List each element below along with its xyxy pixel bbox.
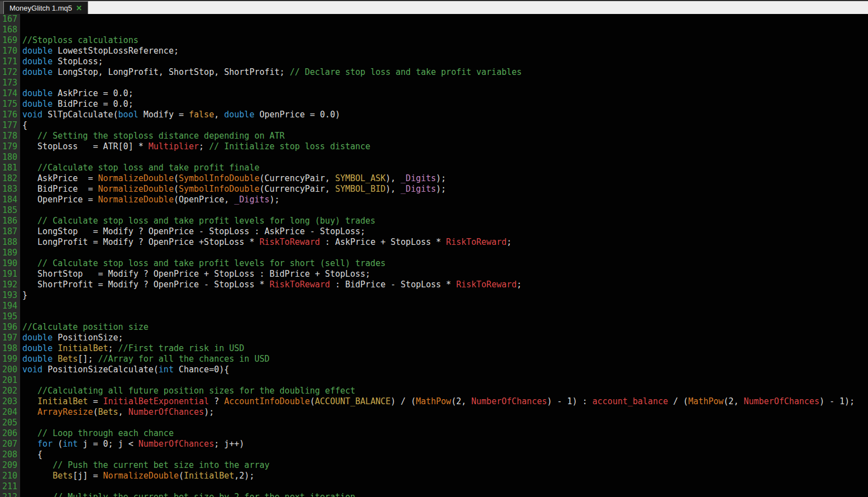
code-line[interactable]: 205 <box>0 418 868 428</box>
code-line[interactable]: 194 <box>0 301 868 311</box>
line-number: 182 <box>0 173 20 184</box>
code-text <box>20 248 22 258</box>
code-line[interactable]: 199double Bets[]; //Array for all the ch… <box>0 354 868 365</box>
code-line[interactable]: 171double StopLoss; <box>0 56 868 67</box>
code-line[interactable]: 181 //Calculate stop loss and take profi… <box>0 163 868 173</box>
code-line[interactable]: 212 // Multiply the current bet size by … <box>0 492 868 497</box>
code-line[interactable]: 201 <box>0 375 868 386</box>
code-line[interactable]: 196//Calculate position size <box>0 322 868 333</box>
line-number: 209 <box>0 460 20 471</box>
code-text: ArrayResize(Bets, NumberOfChances); <box>20 407 214 418</box>
code-text: BidPrice = NormalizeDouble(SymbolInfoDou… <box>20 184 446 195</box>
code-line[interactable]: 169//Stoploss calculations <box>0 35 868 46</box>
line-number: 179 <box>0 141 20 152</box>
code-line[interactable]: 209 // Push the current bet size into th… <box>0 460 868 471</box>
line-number: 205 <box>0 418 20 428</box>
tab-moneyglitch[interactable]: MoneyGlitch 1.mq5 ✕ <box>3 1 88 14</box>
code-text: Bets[j] = NormalizeDouble(InitialBet,2); <box>20 471 254 481</box>
code-line[interactable]: 186 // Calculate stop loss and take prof… <box>0 216 868 226</box>
code-text <box>20 301 22 311</box>
line-number: 194 <box>0 301 20 311</box>
code-text: double BidPrice = 0.0; <box>20 99 133 110</box>
code-text: OpenPrice = NormalizeDouble(OpenPrice, _… <box>20 195 280 205</box>
code-line[interactable]: 170double LowestStopLossReference; <box>0 46 868 56</box>
code-text: double StopLoss; <box>20 56 103 67</box>
code-text: // Setting the stoploss distance dependi… <box>20 131 285 141</box>
code-text <box>20 375 22 386</box>
code-line[interactable]: 184 OpenPrice = NormalizeDouble(OpenPric… <box>0 195 868 205</box>
code-line[interactable]: 198double InitialBet; //First trade risk… <box>0 343 868 354</box>
line-number: 201 <box>0 375 20 386</box>
code-text <box>20 152 22 163</box>
code-text: // Calculate stop loss and take profit l… <box>20 216 375 226</box>
code-line[interactable]: 175double BidPrice = 0.0; <box>0 99 868 110</box>
code-text <box>20 14 22 25</box>
code-line[interactable]: 178 // Setting the stoploss distance dep… <box>0 131 868 141</box>
line-number: 204 <box>0 407 20 418</box>
code-line[interactable]: 168 <box>0 25 868 35</box>
code-line[interactable]: 192 ShortProfit = Modify ? OpenPrice - S… <box>0 280 868 290</box>
tab-label: MoneyGlitch 1.mq5 <box>9 4 72 12</box>
code-text <box>20 418 22 428</box>
line-number: 189 <box>0 248 20 258</box>
code-text: LongProfit = Modify ? OpenPrice +StopLos… <box>20 237 512 248</box>
tab-bar: MoneyGlitch 1.mq5 ✕ <box>0 0 868 14</box>
code-text: double AskPrice = 0.0; <box>20 88 133 99</box>
code-text: //Calculating all future position sizes … <box>20 386 355 396</box>
code-line[interactable]: 197double PositionSize; <box>0 333 868 343</box>
code-text: StopLoss = ATR[0] * Multiplier; // Initi… <box>20 141 370 152</box>
code-line[interactable]: 204 ArrayResize(Bets, NumberOfChances); <box>0 407 868 418</box>
code-line[interactable]: 211 <box>0 481 868 492</box>
line-number: 172 <box>0 67 20 78</box>
code-line[interactable]: 173 <box>0 78 868 88</box>
code-line[interactable]: 177{ <box>0 120 868 131</box>
line-number: 200 <box>0 365 20 375</box>
line-number: 206 <box>0 428 20 439</box>
line-number: 210 <box>0 471 20 481</box>
code-line[interactable]: 189 <box>0 248 868 258</box>
code-line[interactable]: 200void PositionSizeCalculate(int Chance… <box>0 365 868 375</box>
code-text: double PositionSize; <box>20 333 123 343</box>
code-line[interactable]: 208 { <box>0 449 868 460</box>
line-number: 207 <box>0 439 20 449</box>
code-text: for (int j = 0; j < NumberOfChances; j++… <box>20 439 244 449</box>
line-number: 190 <box>0 258 20 269</box>
line-number: 211 <box>0 481 20 492</box>
code-line[interactable]: 203 InitialBet = InitialBetExponential ?… <box>0 396 868 407</box>
code-text: InitialBet = InitialBetExponential ? Acc… <box>20 396 855 407</box>
code-line[interactable]: 206 // Loop through each chance <box>0 428 868 439</box>
code-line[interactable]: 179 StopLoss = ATR[0] * Multiplier; // I… <box>0 141 868 152</box>
code-line[interactable]: 195 <box>0 311 868 322</box>
line-number: 187 <box>0 226 20 237</box>
close-icon[interactable]: ✕ <box>76 4 82 12</box>
line-number: 198 <box>0 343 20 354</box>
code-text: double LowestStopLossReference; <box>20 46 179 56</box>
code-line[interactable]: 187 LongStop = Modify ? OpenPrice - Stop… <box>0 226 868 237</box>
code-line[interactable]: 183 BidPrice = NormalizeDouble(SymbolInf… <box>0 184 868 195</box>
code-editor[interactable]: 167168169//Stoploss calculations170doubl… <box>0 14 868 497</box>
editor-window: 167168169//Stoploss calculations170doubl… <box>0 0 868 497</box>
line-number: 186 <box>0 216 20 226</box>
code-text: AskPrice = NormalizeDouble(SymbolInfoDou… <box>20 173 446 184</box>
code-text: void PositionSizeCalculate(int Chance=0)… <box>20 365 229 375</box>
line-number: 212 <box>0 492 20 497</box>
code-line[interactable]: 174double AskPrice = 0.0; <box>0 88 868 99</box>
code-line[interactable]: 202 //Calculating all future position si… <box>0 386 868 396</box>
code-line[interactable]: 180 <box>0 152 868 163</box>
line-number: 192 <box>0 280 20 290</box>
code-line[interactable]: 207 for (int j = 0; j < NumberOfChances;… <box>0 439 868 449</box>
code-line[interactable]: 188 LongProfit = Modify ? OpenPrice +Sto… <box>0 237 868 248</box>
code-line[interactable]: 176void SlTpCalculate(bool Modify = fals… <box>0 110 868 120</box>
code-line[interactable]: 167 <box>0 14 868 25</box>
code-line[interactable]: 193} <box>0 290 868 301</box>
code-line[interactable]: 185 <box>0 205 868 216</box>
code-line[interactable]: 191 ShortStop = Modify ? OpenPrice + Sto… <box>0 269 868 280</box>
code-text: // Loop through each chance <box>20 428 174 439</box>
code-line[interactable]: 172double LongStop, LongProfit, ShortSto… <box>0 67 868 78</box>
line-number: 208 <box>0 449 20 460</box>
line-number: 174 <box>0 88 20 99</box>
line-number: 183 <box>0 184 20 195</box>
code-line[interactable]: 210 Bets[j] = NormalizeDouble(InitialBet… <box>0 471 868 481</box>
code-line[interactable]: 182 AskPrice = NormalizeDouble(SymbolInf… <box>0 173 868 184</box>
code-line[interactable]: 190 // Calculate stop loss and take prof… <box>0 258 868 269</box>
